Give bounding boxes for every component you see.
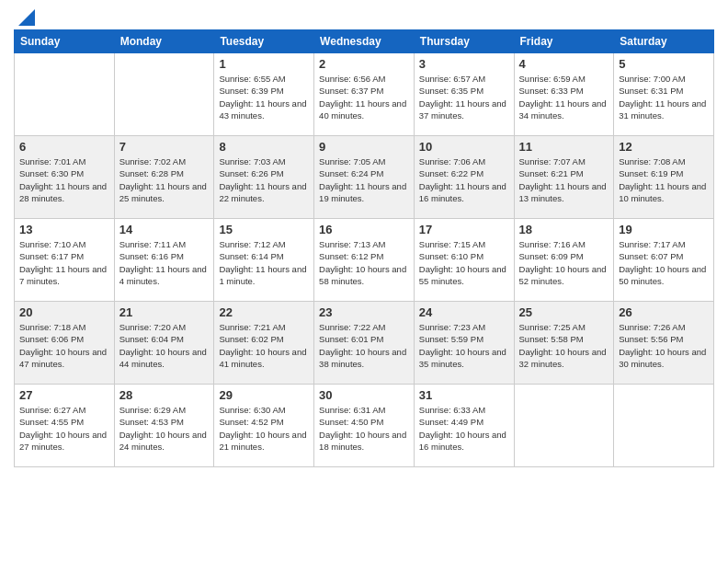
weekday-header-tuesday: Tuesday	[214, 30, 314, 53]
day-number: 19	[619, 223, 709, 236]
day-info: Sunrise: 7:20 AMSunset: 6:04 PMDaylight:…	[119, 321, 210, 370]
day-number: 20	[19, 305, 109, 319]
week-row-4: 20Sunrise: 7:18 AMSunset: 6:06 PMDayligh…	[15, 302, 714, 385]
day-info: Sunrise: 6:30 AMSunset: 4:52 PMDaylight:…	[219, 404, 309, 453]
logo	[14, 9, 36, 22]
header	[14, 9, 714, 22]
day-info: Sunrise: 7:06 AMSunset: 6:22 PMDaylight:…	[419, 155, 509, 204]
calendar-cell	[114, 53, 214, 136]
calendar-cell: 15Sunrise: 7:12 AMSunset: 6:14 PMDayligh…	[214, 219, 314, 302]
day-number: 28	[119, 388, 210, 402]
calendar-cell: 9Sunrise: 7:05 AMSunset: 6:24 PMDaylight…	[314, 136, 415, 219]
calendar-cell: 24Sunrise: 7:23 AMSunset: 5:59 PMDayligh…	[414, 302, 514, 385]
day-info: Sunrise: 7:10 AMSunset: 6:17 PMDaylight:…	[19, 238, 109, 287]
week-row-5: 27Sunrise: 6:27 AMSunset: 4:55 PMDayligh…	[15, 385, 714, 467]
calendar-cell: 25Sunrise: 7:25 AMSunset: 5:58 PMDayligh…	[514, 302, 614, 385]
day-number: 9	[319, 140, 409, 154]
calendar-cell: 13Sunrise: 7:10 AMSunset: 6:17 PMDayligh…	[15, 219, 115, 302]
day-info: Sunrise: 7:11 AMSunset: 6:16 PMDaylight:…	[119, 238, 210, 287]
day-number: 17	[419, 223, 509, 236]
day-info: Sunrise: 6:31 AMSunset: 4:50 PMDaylight:…	[319, 404, 409, 453]
day-number: 25	[519, 305, 609, 319]
day-info: Sunrise: 7:21 AMSunset: 6:02 PMDaylight:…	[219, 321, 309, 370]
calendar-cell: 30Sunrise: 6:31 AMSunset: 4:50 PMDayligh…	[314, 385, 415, 467]
day-number: 31	[419, 388, 509, 402]
page: SundayMondayTuesdayWednesdayThursdayFrid…	[0, 0, 728, 563]
day-number: 23	[319, 305, 409, 319]
day-number: 12	[619, 140, 709, 154]
calendar-cell: 29Sunrise: 6:30 AMSunset: 4:52 PMDayligh…	[214, 385, 314, 467]
day-number: 18	[519, 223, 609, 236]
day-number: 10	[419, 140, 509, 154]
calendar-cell: 21Sunrise: 7:20 AMSunset: 6:04 PMDayligh…	[114, 302, 214, 385]
calendar-cell: 16Sunrise: 7:13 AMSunset: 6:12 PMDayligh…	[314, 219, 415, 302]
calendar-cell: 6Sunrise: 7:01 AMSunset: 6:30 PMDaylight…	[15, 136, 115, 219]
calendar-cell: 1Sunrise: 6:55 AMSunset: 6:39 PMDaylight…	[214, 53, 314, 136]
day-info: Sunrise: 7:16 AMSunset: 6:09 PMDaylight:…	[519, 238, 609, 287]
day-info: Sunrise: 7:05 AMSunset: 6:24 PMDaylight:…	[319, 155, 409, 204]
week-row-2: 6Sunrise: 7:01 AMSunset: 6:30 PMDaylight…	[15, 136, 714, 219]
day-number: 8	[219, 140, 309, 154]
day-number: 4	[519, 57, 609, 71]
day-number: 3	[419, 57, 509, 71]
day-info: Sunrise: 7:01 AMSunset: 6:30 PMDaylight:…	[19, 155, 109, 204]
calendar: SundayMondayTuesdayWednesdayThursdayFrid…	[14, 29, 714, 467]
calendar-cell: 18Sunrise: 7:16 AMSunset: 6:09 PMDayligh…	[514, 219, 614, 302]
day-number: 21	[119, 305, 210, 319]
day-info: Sunrise: 7:18 AMSunset: 6:06 PMDaylight:…	[19, 321, 109, 370]
calendar-cell: 22Sunrise: 7:21 AMSunset: 6:02 PMDayligh…	[214, 302, 314, 385]
weekday-header-friday: Friday	[514, 30, 614, 53]
calendar-cell: 20Sunrise: 7:18 AMSunset: 6:06 PMDayligh…	[15, 302, 115, 385]
logo-icon	[15, 9, 35, 26]
day-number: 7	[119, 140, 210, 154]
calendar-cell	[614, 385, 714, 467]
calendar-cell: 26Sunrise: 7:26 AMSunset: 5:56 PMDayligh…	[614, 302, 714, 385]
calendar-cell: 12Sunrise: 7:08 AMSunset: 6:19 PMDayligh…	[614, 136, 714, 219]
day-number: 22	[219, 305, 309, 319]
calendar-cell: 3Sunrise: 6:57 AMSunset: 6:35 PMDaylight…	[414, 53, 514, 136]
day-number: 16	[319, 223, 409, 236]
day-info: Sunrise: 7:02 AMSunset: 6:28 PMDaylight:…	[119, 155, 210, 204]
calendar-cell: 17Sunrise: 7:15 AMSunset: 6:10 PMDayligh…	[414, 219, 514, 302]
weekday-header-monday: Monday	[114, 30, 214, 53]
calendar-cell: 28Sunrise: 6:29 AMSunset: 4:53 PMDayligh…	[114, 385, 214, 467]
day-info: Sunrise: 6:33 AMSunset: 4:49 PMDaylight:…	[419, 404, 509, 453]
calendar-cell: 23Sunrise: 7:22 AMSunset: 6:01 PMDayligh…	[314, 302, 415, 385]
day-info: Sunrise: 6:29 AMSunset: 4:53 PMDaylight:…	[119, 404, 210, 453]
calendar-cell: 8Sunrise: 7:03 AMSunset: 6:26 PMDaylight…	[214, 136, 314, 219]
day-info: Sunrise: 7:22 AMSunset: 6:01 PMDaylight:…	[319, 321, 409, 370]
day-number: 30	[319, 388, 409, 402]
day-number: 11	[519, 140, 609, 154]
day-info: Sunrise: 7:26 AMSunset: 5:56 PMDaylight:…	[619, 321, 709, 370]
calendar-cell: 2Sunrise: 6:56 AMSunset: 6:37 PMDaylight…	[314, 53, 415, 136]
calendar-cell: 14Sunrise: 7:11 AMSunset: 6:16 PMDayligh…	[114, 219, 214, 302]
day-info: Sunrise: 7:15 AMSunset: 6:10 PMDaylight:…	[419, 238, 509, 287]
calendar-cell: 11Sunrise: 7:07 AMSunset: 6:21 PMDayligh…	[514, 136, 614, 219]
day-number: 15	[219, 223, 309, 236]
day-info: Sunrise: 7:13 AMSunset: 6:12 PMDaylight:…	[319, 238, 409, 287]
weekday-header-wednesday: Wednesday	[314, 30, 415, 53]
weekday-header-saturday: Saturday	[614, 30, 714, 53]
day-info: Sunrise: 6:57 AMSunset: 6:35 PMDaylight:…	[419, 73, 509, 121]
svg-marker-0	[18, 9, 35, 26]
calendar-cell: 10Sunrise: 7:06 AMSunset: 6:22 PMDayligh…	[414, 136, 514, 219]
day-number: 6	[19, 140, 109, 154]
calendar-cell	[15, 53, 115, 136]
day-info: Sunrise: 6:56 AMSunset: 6:37 PMDaylight:…	[319, 73, 409, 121]
calendar-cell: 4Sunrise: 6:59 AMSunset: 6:33 PMDaylight…	[514, 53, 614, 136]
header-row: SundayMondayTuesdayWednesdayThursdayFrid…	[15, 30, 714, 53]
day-info: Sunrise: 7:25 AMSunset: 5:58 PMDaylight:…	[519, 321, 609, 370]
weekday-header-thursday: Thursday	[414, 30, 514, 53]
day-info: Sunrise: 7:03 AMSunset: 6:26 PMDaylight:…	[219, 155, 309, 204]
day-info: Sunrise: 7:17 AMSunset: 6:07 PMDaylight:…	[619, 238, 709, 287]
calendar-cell: 27Sunrise: 6:27 AMSunset: 4:55 PMDayligh…	[15, 385, 115, 467]
weekday-header-sunday: Sunday	[15, 30, 115, 53]
day-number: 24	[419, 305, 509, 319]
day-number: 14	[119, 223, 210, 236]
day-info: Sunrise: 7:08 AMSunset: 6:19 PMDaylight:…	[619, 155, 709, 204]
day-number: 5	[619, 57, 709, 71]
calendar-cell: 7Sunrise: 7:02 AMSunset: 6:28 PMDaylight…	[114, 136, 214, 219]
day-number: 26	[619, 305, 709, 319]
day-number: 2	[319, 57, 409, 71]
calendar-cell: 19Sunrise: 7:17 AMSunset: 6:07 PMDayligh…	[614, 219, 714, 302]
